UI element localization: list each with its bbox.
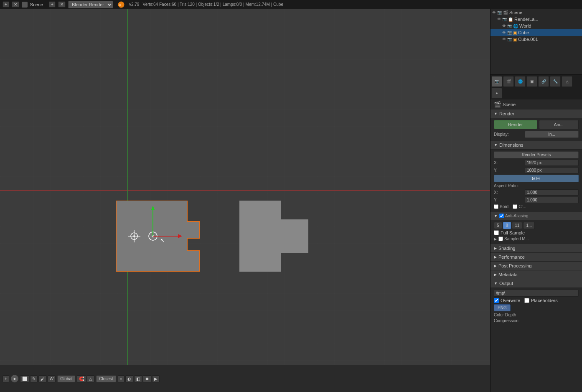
tab-constraints[interactable]: 🔗 [538, 76, 549, 87]
display-label: Display: [494, 132, 523, 137]
render-engine-dropdown[interactable]: Blender Render [68, 1, 113, 8]
eye-icon-cube001: 👁 [502, 37, 506, 41]
shading-collapse-arrow: ▶ [494, 246, 497, 250]
full-sample-checkbox[interactable] [494, 230, 499, 235]
outliner-renderlayer-label: RenderLa... [514, 17, 538, 22]
outliner-item-scene[interactable]: 👁 📷 🎬 Scene [491, 9, 582, 16]
viewport-grid [0, 9, 490, 365]
tab-world[interactable]: 🌐 [515, 76, 526, 87]
placeholders-checkbox[interactable] [524, 298, 529, 303]
dimensions-collapse-arrow: ▼ [494, 143, 498, 147]
output-section-header[interactable]: ▼ Output [491, 279, 582, 288]
resolution-y-value[interactable]: 1080 px [525, 167, 579, 173]
display-dropdown[interactable]: In... [525, 131, 579, 138]
scene-close-button[interactable]: ✕ [58, 1, 66, 8]
resolution-x-value[interactable]: 1920 px [525, 160, 579, 166]
aa-11-button[interactable]: 11 [512, 222, 522, 229]
cro-label: Cr... [518, 204, 526, 209]
outliner-item-cube[interactable]: 👁 📷 ▣ Cube [491, 29, 582, 36]
resolution-percent-label: 50% [532, 176, 540, 181]
snap-mode-dropdown[interactable]: Closest [96, 375, 116, 382]
performance-section-header[interactable]: ▶ Performance [491, 253, 582, 262]
cro-checkbox[interactable] [513, 204, 517, 209]
outliner-item-renderlayer[interactable]: 👁 📷 📋 RenderLa... [491, 16, 582, 23]
tab-render[interactable]: 📷 [491, 76, 502, 87]
scene-label: Scene [30, 2, 43, 7]
render-icon-rl: 📷 [502, 17, 507, 21]
view-buttons: ○ ◐ ◧ ⏺ ▶ [118, 375, 160, 382]
animation-button[interactable]: Ani... [539, 120, 579, 129]
scene-add-button[interactable]: + [49, 1, 56, 8]
add-workspace-button[interactable]: + [3, 1, 9, 8]
record-button[interactable]: ⏺ [143, 375, 151, 382]
proportional-falloff-button[interactable]: ◐ [125, 375, 133, 382]
overwrite-checkbox[interactable] [494, 298, 499, 303]
post-processing-section-header[interactable]: ▶ Post Processing [491, 262, 582, 270]
tab-scene[interactable]: 🎬 [503, 76, 514, 87]
aa-sample-buttons: 5 8 11 1... [494, 222, 579, 229]
aa-collapse-arrow: ▼ [494, 214, 498, 218]
shading-section-header[interactable]: ▶ Shading [491, 244, 582, 253]
output-collapse-arrow: ▼ [494, 281, 498, 285]
close-workspace-button[interactable]: ✕ [12, 1, 19, 8]
aa-section-header[interactable]: ▼ Anti-Aliasing [491, 212, 582, 220]
full-sample-label: Full Sample [501, 230, 525, 235]
object-mode-button[interactable]: ⬜ [20, 375, 29, 382]
svg-marker-17 [239, 201, 308, 272]
tab-modifiers[interactable]: 🔧 [550, 76, 561, 87]
overwrite-label: Overwrite [501, 298, 520, 303]
aa-section-label: Anti-Aliasing [505, 214, 529, 218]
bord-checkbox[interactable] [494, 204, 498, 209]
aa-16-button[interactable]: 1... [523, 222, 535, 229]
tab-material[interactable]: ● [491, 88, 502, 99]
snap-element-button[interactable]: △ [87, 375, 94, 382]
svg-text:↖: ↖ [160, 237, 165, 244]
aa-8-button[interactable]: 8 [503, 222, 511, 229]
viewport-shade-button[interactable]: ● [11, 375, 18, 382]
resolution-percent-bar[interactable]: 50% [494, 175, 579, 182]
outliner-scene-label: Scene [509, 10, 522, 15]
snap-toggle-button[interactable]: 🧲 [77, 375, 86, 382]
output-path-input[interactable] [494, 290, 579, 297]
resolution-x-label: X: [494, 160, 523, 165]
dimensions-label: Dimensions [499, 143, 523, 148]
edit-mode-button[interactable]: ✎ [30, 375, 38, 382]
format-button[interactable]: PNG [494, 304, 511, 311]
eye-icon-rl: 👁 [497, 17, 501, 21]
render-button[interactable]: Render [494, 120, 537, 129]
play-button[interactable]: ▶ [152, 375, 160, 382]
svg-text:B: B [119, 3, 121, 6]
renderlayer-icon: 📋 [508, 17, 513, 22]
post-processing-section-label: Post Processing [498, 263, 531, 268]
properties-scene-label: Scene [503, 102, 516, 107]
sampled-checkbox[interactable] [498, 237, 503, 241]
properties-panel: 📷 🎬 🌐 ▣ 🔗 🔧 △ ● 🎬 Scene ▼ Render Render … [491, 75, 582, 392]
eye-icon: 👁 [492, 10, 496, 15]
tab-data[interactable]: △ [562, 76, 572, 87]
weight-mode-button[interactable]: W [48, 375, 56, 382]
viewport-mode-buttons: ⬜ ✎ 🖌 W [20, 375, 56, 382]
viewport[interactable]: ↖ [0, 9, 490, 365]
proportional-edit-button[interactable]: ○ [118, 375, 125, 382]
tab-object[interactable]: ▣ [526, 76, 537, 87]
aspect-x-value[interactable]: 1.000 [525, 189, 579, 196]
dimensions-section-header[interactable]: ▼ Dimensions [491, 141, 582, 150]
outliner-item-world[interactable]: 👁 📷 🌐 World [491, 23, 582, 29]
shading-section-label: Shading [498, 246, 515, 251]
mirror-button[interactable]: ◧ [134, 375, 142, 382]
metadata-section-header[interactable]: ▶ Metadata [491, 270, 582, 279]
aa-checkbox[interactable] [499, 214, 504, 218]
transform-orientation-dropdown[interactable]: Global [57, 375, 75, 382]
add-object-button[interactable]: + [3, 375, 9, 382]
aa-checkbox-label: Anti-Aliasing [499, 214, 529, 218]
sculpt-mode-button[interactable]: 🖌 [38, 375, 47, 382]
outliner-item-cube001[interactable]: 👁 📷 ▣ Cube.001 [491, 36, 582, 43]
compression-label: Compression: [494, 318, 523, 323]
sampled-arrow-icon: ▶ [494, 237, 497, 241]
render-presets-button[interactable]: Render Presets [494, 151, 579, 158]
aa-5-button[interactable]: 5 [494, 222, 502, 229]
aa-content: 5 8 11 1... Full Sample ▶ Sampled M... [491, 220, 582, 244]
render-section-header[interactable]: ▼ Render [491, 109, 582, 118]
bottom-toolbar: + ● ⬜ ✎ 🖌 W Global 🧲 △ Closest ○ ◐ ◧ ⏺ ▶ [0, 365, 490, 392]
aspect-y-value[interactable]: 1.000 [525, 197, 579, 203]
